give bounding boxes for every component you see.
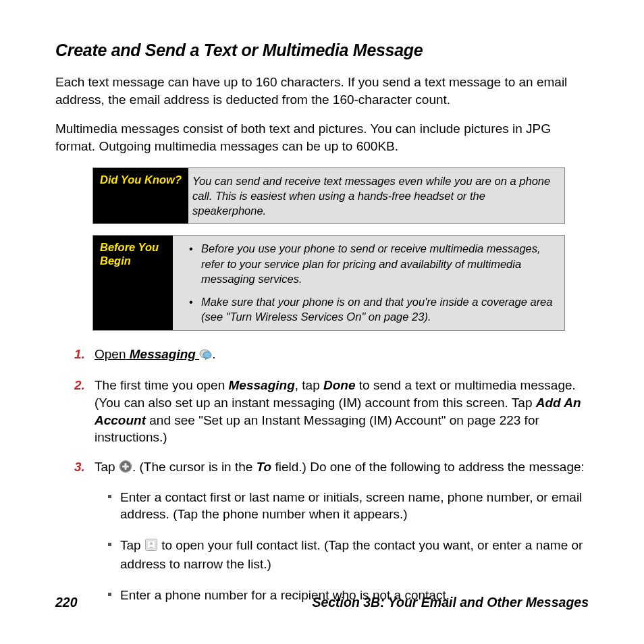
text-bold: Messaging [229, 378, 295, 392]
callout-label: Did You Know? [93, 168, 188, 224]
callout-region: Did You Know? You can send and receive t… [92, 167, 565, 331]
messaging-icon [199, 348, 212, 365]
svg-point-1 [203, 352, 211, 358]
step-3-substeps: Enter a contact first or last name or in… [108, 489, 589, 604]
page-content: Create and Send a Text or Multimedia Mes… [0, 0, 644, 644]
step-2: The first time you open Messaging, tap D… [74, 377, 589, 446]
svg-point-8 [150, 542, 153, 545]
svg-rect-5 [124, 463, 126, 470]
callout-did-you-know: Did You Know? You can send and receive t… [92, 167, 565, 225]
text: . (The cursor is in the [132, 460, 257, 474]
text-open: Open [95, 347, 126, 361]
callout-before-you-begin: Before You Begin Before you use your pho… [92, 235, 565, 330]
substep: Enter a contact first or last name or in… [108, 489, 589, 523]
callout-body: Before you use your phone to send or rec… [173, 236, 564, 329]
text-period: . [212, 347, 215, 361]
callout-bullet: Make sure that your phone is on and that… [201, 294, 554, 325]
page-number: 220 [55, 595, 78, 610]
substep: Tap to open your full contact list. (Tap… [108, 537, 589, 573]
text-messaging: Messaging [130, 347, 196, 361]
callout-label: Before You Begin [93, 236, 173, 329]
intro-paragraph-2: Multimedia messages consist of both text… [55, 120, 589, 155]
callout-bullet: Before you use your phone to send or rec… [201, 241, 554, 286]
step-1-open: Open Messaging [95, 347, 199, 361]
text: Tap [120, 538, 144, 552]
step-1: Open Messaging . [74, 346, 589, 365]
text: and see "Set up an Instant Messaging (IM… [95, 413, 539, 445]
text-bold: To [257, 460, 272, 474]
text: to open your full contact list. (Tap the… [120, 538, 583, 572]
text: , tap [295, 378, 323, 392]
text-bold: Done [323, 378, 356, 392]
steps-list: Open Messaging . The first time you open… [74, 346, 589, 604]
text: Tap [95, 460, 119, 474]
compose-icon [119, 460, 132, 478]
page-footer: 220 Section 3B: Your Email and Other Mes… [55, 595, 589, 610]
section-title: Section 3B: Your Email and Other Message… [312, 595, 589, 610]
step-3: Tap . (The cursor is in the To field.) D… [74, 458, 589, 604]
contact-list-icon [144, 538, 158, 556]
callout-body: You can send and receive text messages e… [188, 168, 564, 224]
text: The first time you open [95, 378, 229, 392]
intro-paragraph-1: Each text message can have up to 160 cha… [55, 74, 589, 108]
text: field.) Do one of the following to addre… [271, 460, 585, 474]
page-heading: Create and Send a Text or Multimedia Mes… [55, 41, 589, 60]
